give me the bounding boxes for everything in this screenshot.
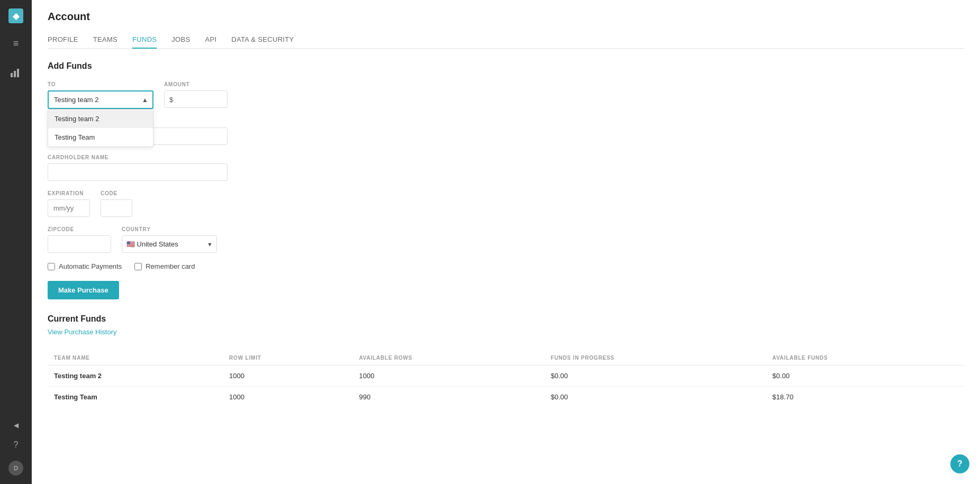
to-label: TO bbox=[48, 81, 153, 87]
tab-teams[interactable]: TEAMS bbox=[93, 31, 117, 49]
country-container: 🇺🇸 United States 🇬🇧 United Kingdom 🇨🇦 Ca… bbox=[122, 235, 217, 253]
automatic-payments-checkbox[interactable] bbox=[48, 263, 55, 270]
cell-team-name: Testing team 2 bbox=[48, 366, 223, 387]
code-group: CODE bbox=[101, 190, 132, 217]
amount-input[interactable] bbox=[164, 90, 228, 108]
page-header: Account PROFILE TEAMS FUNDS JOBS API DAT… bbox=[32, 0, 980, 49]
svg-rect-0 bbox=[11, 73, 13, 77]
sidebar-logo[interactable]: ◆ bbox=[8, 8, 23, 23]
dropdown-item-team[interactable]: Testing Team bbox=[48, 128, 153, 147]
expiration-group: EXPIRATION bbox=[48, 190, 90, 217]
country-select[interactable]: 🇺🇸 United States 🇬🇧 United Kingdom 🇨🇦 Ca… bbox=[122, 235, 217, 253]
tab-data-security[interactable]: DATA & SECURITY bbox=[231, 31, 294, 49]
zipcode-label: ZIPCODE bbox=[48, 226, 111, 232]
tab-profile[interactable]: PROFILE bbox=[48, 31, 78, 49]
country-label: COUNTRY bbox=[122, 226, 217, 232]
card-number-row: CARD NUMBER bbox=[48, 118, 964, 145]
tab-api[interactable]: API bbox=[205, 31, 216, 49]
code-label: CODE bbox=[101, 190, 132, 196]
sidebar: ◆ ≡ ◀ ? D bbox=[0, 0, 32, 484]
sidebar-menu-icon[interactable]: ≡ bbox=[6, 34, 25, 53]
cell-team-name: Testing Team bbox=[48, 387, 223, 408]
cardholder-input[interactable] bbox=[48, 163, 228, 181]
remember-card-checkbox[interactable] bbox=[134, 263, 142, 270]
cardholder-row: CARDHOLDER NAME bbox=[48, 154, 964, 181]
col-available-rows: AVAILABLE ROWS bbox=[352, 351, 544, 366]
zipcode-input[interactable] bbox=[48, 235, 111, 253]
table-header-row: TEAM NAME ROW LIMIT AVAILABLE ROWS FUNDS… bbox=[48, 351, 964, 366]
team-dropdown-menu: Testing team 2 Testing Team bbox=[48, 109, 153, 147]
table-row: Testing team 2 1000 1000 $0.00 $0.00 bbox=[48, 366, 964, 387]
expiration-code-row: EXPIRATION CODE bbox=[48, 190, 964, 217]
col-team-name: TEAM NAME bbox=[48, 351, 223, 366]
view-purchase-history-link[interactable]: View Purchase History bbox=[48, 328, 117, 336]
add-funds-title: Add Funds bbox=[48, 61, 964, 71]
col-funds-in-progress: FUNDS IN PROGRESS bbox=[545, 351, 766, 366]
cell-row-limit: 1000 bbox=[223, 387, 352, 408]
col-available-funds: AVAILABLE FUNDS bbox=[766, 351, 964, 366]
tab-bar: PROFILE TEAMS FUNDS JOBS API DATA & SECU… bbox=[48, 31, 964, 49]
sidebar-user-avatar[interactable]: D bbox=[8, 461, 23, 476]
funds-content: Add Funds TO Testing team 2 ▲ Testing te… bbox=[32, 49, 980, 420]
amount-container: $ bbox=[164, 90, 228, 108]
expiration-label: EXPIRATION bbox=[48, 190, 90, 196]
tab-funds[interactable]: FUNDS bbox=[132, 31, 157, 49]
current-funds-title: Current Funds bbox=[48, 314, 964, 324]
dropdown-item-team2[interactable]: Testing team 2 bbox=[48, 109, 153, 128]
cardholder-label: CARDHOLDER NAME bbox=[48, 154, 228, 160]
cell-available-funds: $0.00 bbox=[766, 366, 964, 387]
cvv-input[interactable] bbox=[101, 199, 132, 217]
funds-table: TEAM NAME ROW LIMIT AVAILABLE ROWS FUNDS… bbox=[48, 351, 964, 407]
cell-available-funds: $18.70 bbox=[766, 387, 964, 408]
dollar-sign: $ bbox=[169, 95, 173, 103]
tab-jobs[interactable]: JOBS bbox=[171, 31, 190, 49]
amount-field-group: AMOUNT $ bbox=[164, 81, 228, 108]
col-row-limit: ROW LIMIT bbox=[223, 351, 352, 366]
help-button[interactable]: ? bbox=[950, 454, 969, 473]
page-title: Account bbox=[48, 11, 964, 23]
svg-rect-2 bbox=[17, 69, 19, 77]
to-field-group: TO Testing team 2 ▲ Testing team 2 Testi… bbox=[48, 81, 153, 109]
team-dropdown-container: Testing team 2 ▲ Testing team 2 Testing … bbox=[48, 90, 153, 109]
automatic-payments-label: Automatic Payments bbox=[59, 262, 122, 270]
automatic-payments-checkbox-label[interactable]: Automatic Payments bbox=[48, 262, 122, 270]
main-content: Account PROFILE TEAMS FUNDS JOBS API DAT… bbox=[32, 0, 980, 484]
sidebar-info-icon[interactable]: ? bbox=[6, 435, 25, 454]
sidebar-bottom: ◀ ? D bbox=[6, 422, 25, 476]
remember-card-label: Remember card bbox=[146, 262, 195, 270]
cell-available-rows: 990 bbox=[352, 387, 544, 408]
make-purchase-button[interactable]: Make Purchase bbox=[48, 281, 119, 299]
table-row: Testing Team 1000 990 $0.00 $18.70 bbox=[48, 387, 964, 408]
svg-rect-1 bbox=[14, 71, 16, 77]
team-dropdown-value: Testing team 2 bbox=[54, 96, 99, 104]
checkboxes-row: Automatic Payments Remember card bbox=[48, 262, 964, 270]
sidebar-collapse-button[interactable]: ◀ bbox=[14, 422, 19, 429]
expiration-input[interactable] bbox=[48, 199, 90, 217]
cell-funds-in-progress: $0.00 bbox=[545, 387, 766, 408]
to-amount-row: TO Testing team 2 ▲ Testing team 2 Testi… bbox=[48, 81, 964, 109]
team-dropdown-trigger[interactable]: Testing team 2 bbox=[48, 90, 153, 109]
sidebar-chart-icon[interactable] bbox=[6, 63, 25, 83]
cell-row-limit: 1000 bbox=[223, 366, 352, 387]
zipcode-country-row: ZIPCODE COUNTRY 🇺🇸 United States 🇬🇧 Unit… bbox=[48, 226, 964, 253]
cell-funds-in-progress: $0.00 bbox=[545, 366, 766, 387]
amount-label: AMOUNT bbox=[164, 81, 228, 87]
cardholder-group: CARDHOLDER NAME bbox=[48, 154, 228, 181]
remember-card-checkbox-label[interactable]: Remember card bbox=[134, 262, 195, 270]
cell-available-rows: 1000 bbox=[352, 366, 544, 387]
zipcode-group: ZIPCODE bbox=[48, 226, 111, 253]
country-group: COUNTRY 🇺🇸 United States 🇬🇧 United Kingd… bbox=[122, 226, 217, 253]
